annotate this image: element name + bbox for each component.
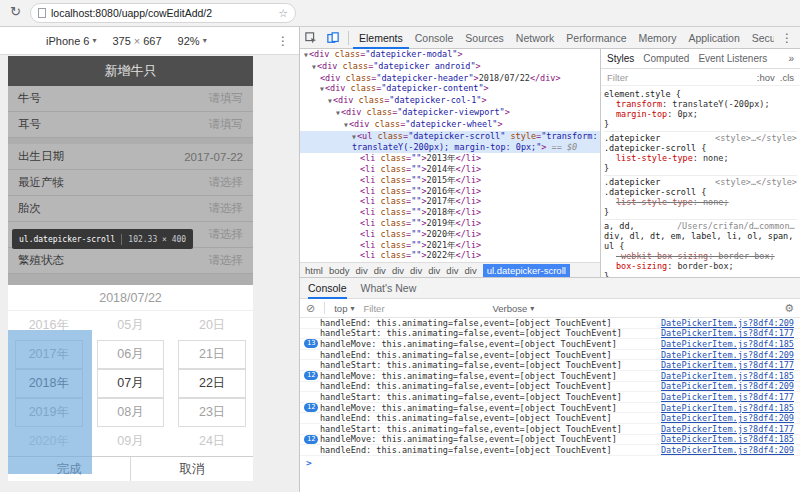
dom-tree-node[interactable]: <li class="">2016年</li> [300, 186, 600, 197]
tab-sources[interactable]: Sources [459, 27, 510, 49]
dom-tree-node[interactable]: <li class="">2018年</li> [300, 207, 600, 218]
tab-security[interactable]: Security [746, 27, 774, 49]
tab-network[interactable]: Network [510, 27, 561, 49]
dom-tree-node[interactable]: ▼<div class="datepicker-viewport"> [300, 107, 600, 119]
console-settings-icon[interactable]: ⚙ [784, 302, 794, 315]
style-property[interactable]: box-sizing: border-box; [604, 261, 797, 271]
sidebar-tab-styles[interactable]: Styles [607, 53, 634, 64]
console-log-row[interactable]: handleEnd: this.animating=false,event=[o… [300, 413, 800, 424]
tab-elements[interactable]: Elements [353, 27, 409, 49]
zoom-select[interactable]: 92%▾ [178, 35, 207, 47]
breadcrumb-item[interactable]: div [410, 265, 422, 276]
sidebar-tab-event-listeners[interactable]: Event Listeners [698, 53, 767, 64]
console-log-row[interactable]: handleEnd: this.animating=false,event=[o… [300, 318, 800, 329]
field-value[interactable]: 请填写 [209, 117, 244, 132]
tab-application[interactable]: Application [682, 27, 745, 49]
field-value[interactable]: 请选择 [209, 253, 244, 268]
console-log-row[interactable]: handleEnd: this.animating=false,event=[o… [300, 445, 800, 456]
style-source-link[interactable]: /Users/crifan/d…common.less:90 [677, 221, 797, 231]
day-option[interactable]: 23日 [178, 398, 246, 427]
field-value[interactable]: 2017-07-22 [184, 151, 243, 163]
dom-tree-node[interactable]: <li class="">2017年</li> [300, 196, 600, 207]
source-location-link[interactable]: DatePickerItem.js?8df4:185 [661, 403, 794, 413]
dom-tree-node[interactable]: <li class="">2020年</li> [300, 229, 600, 240]
month-option[interactable]: 09月 [90, 427, 172, 456]
toggle-classes[interactable]: .cls [780, 72, 794, 83]
form-row[interactable]: 最近产犊请选择 [8, 170, 253, 196]
console-log-row[interactable]: handleStart: this.animating=false,event=… [300, 329, 800, 340]
day-option[interactable]: 21日 [178, 340, 246, 369]
day-option[interactable]: 20日 [171, 311, 253, 340]
form-row[interactable]: 牛号请填写 [8, 86, 253, 112]
month-option[interactable]: 06月 [97, 340, 165, 369]
style-property[interactable]: list-style-type: none; [604, 153, 797, 163]
drawer-tab-console[interactable]: Console [308, 278, 347, 299]
source-location-link[interactable]: DatePickerItem.js?8df4:209 [661, 350, 794, 360]
source-location-link[interactable]: DatePickerItem.js?8df4:209 [661, 445, 794, 455]
dom-tree-node[interactable]: ▼<div class="datepicker-modal"> [300, 49, 600, 61]
overflow-tabs-icon[interactable]: » [788, 53, 794, 64]
url-text[interactable]: localhost:8080/uapp/cowEditAdd/2 [51, 7, 212, 19]
viewport-size[interactable]: 375×667 [112, 35, 161, 47]
dom-tree-node[interactable]: ▼<div class="datepicker-wheel"> [300, 119, 600, 131]
field-value[interactable]: 请填写 [209, 91, 244, 106]
dom-tree-node[interactable]: <li class="">2021年</li> [300, 240, 600, 251]
device-select[interactable]: iPhone 6▾ [46, 35, 96, 47]
console-log-row[interactable]: 12handleMove: this.animating=false,event… [300, 435, 800, 446]
console-log-row[interactable]: handleStart: this.animating=false,event=… [300, 392, 800, 403]
console-log-row[interactable]: 13handleMove: this.animating=false,event… [300, 339, 800, 350]
toggle-device-toolbar-icon[interactable] [325, 30, 341, 46]
style-selector[interactable]: ul { [604, 241, 624, 251]
dom-tree-node[interactable]: <li class="">2015年</li> [300, 175, 600, 186]
field-value[interactable]: 请选择 [209, 175, 244, 190]
source-location-link[interactable]: DatePickerItem.js?8df4:209 [661, 318, 794, 328]
form-row[interactable]: 胎次请选择 [8, 196, 253, 222]
console-log-row[interactable]: handleStart: this.animating=false,event=… [300, 424, 800, 435]
style-property[interactable]: -webkit-box-sizing: border-box; [604, 251, 797, 261]
console-prompt[interactable]: > [300, 456, 800, 469]
dom-tree-node[interactable]: <li class="">2019年</li> [300, 218, 600, 229]
console-log-row[interactable]: handleStart: this.animating=false,event=… [300, 360, 800, 371]
style-selector[interactable]: div, dl, dt, em, label, li, ol, span, [604, 231, 793, 241]
console-log-row[interactable]: handleEnd: this.animating=false,event=[o… [300, 350, 800, 361]
source-location-link[interactable]: DatePickerItem.js?8df4:177 [661, 392, 794, 402]
day-option[interactable]: 22日 [178, 369, 246, 398]
dom-tree-node[interactable]: ▼<div class="datepicker-col-1"> [300, 95, 600, 107]
breadcrumb-item[interactable]: div [356, 265, 368, 276]
console-log-row[interactable]: handleEnd: this.animating=false,event=[o… [300, 382, 800, 393]
breadcrumb-item[interactable]: div [392, 265, 404, 276]
dom-tree-node[interactable]: <li class="">2014年</li> [300, 164, 600, 175]
device-toolbar-more-icon[interactable]: ⋮ [277, 34, 289, 48]
source-location-link[interactable]: DatePickerItem.js?8df4:209 [661, 381, 794, 391]
source-location-link[interactable]: DatePickerItem.js?8df4:177 [661, 328, 794, 338]
style-property[interactable]: transform: translateY(-200px); [604, 99, 797, 109]
drawer-tab-what-s-new[interactable]: What's New [361, 278, 417, 299]
console-filter-input[interactable]: Filter [363, 303, 483, 314]
devtools-menu-icon[interactable]: ⋮ [774, 31, 800, 45]
style-selector[interactable]: .datepicker-scroll { [604, 187, 706, 197]
style-source-link[interactable]: <style>…</style> [715, 177, 797, 187]
field-value[interactable]: 请选择 [209, 201, 244, 216]
style-property[interactable]: list-style-type: none; [604, 197, 797, 207]
sidebar-tab-computed[interactable]: Computed [643, 53, 689, 64]
source-location-link[interactable]: DatePickerItem.js?8df4:209 [661, 413, 794, 423]
month-option[interactable]: 05月 [90, 311, 172, 340]
execution-context-select[interactable]: top▾ [334, 303, 354, 314]
source-location-link[interactable]: DatePickerItem.js?8df4:177 [661, 360, 794, 370]
breadcrumb-item[interactable]: div [428, 265, 440, 276]
form-row[interactable]: 繁殖状态请选择 [8, 248, 253, 274]
dom-tree-node[interactable]: <div class="datepicker-header">2018/07/2… [300, 73, 600, 84]
form-row[interactable]: 出生日期2017-07-22 [8, 144, 253, 170]
tab-performance[interactable]: Performance [560, 27, 632, 49]
day-option[interactable]: 24日 [171, 427, 253, 456]
style-selector[interactable]: .datepicker-scroll { [604, 143, 706, 153]
breadcrumb-item[interactable]: div [446, 265, 458, 276]
style-selector[interactable]: element.style { [604, 89, 681, 99]
tab-console[interactable]: Console [409, 27, 460, 49]
month-option[interactable]: 07月 [97, 369, 165, 398]
console-log-row[interactable]: 12handleMove: this.animating=false,event… [300, 371, 800, 382]
source-location-link[interactable]: DatePickerItem.js?8df4:185 [661, 371, 794, 381]
breadcrumb-item[interactable]: div [374, 265, 386, 276]
month-option[interactable]: 08月 [97, 398, 165, 427]
style-selector[interactable]: .datepicker [604, 177, 660, 187]
